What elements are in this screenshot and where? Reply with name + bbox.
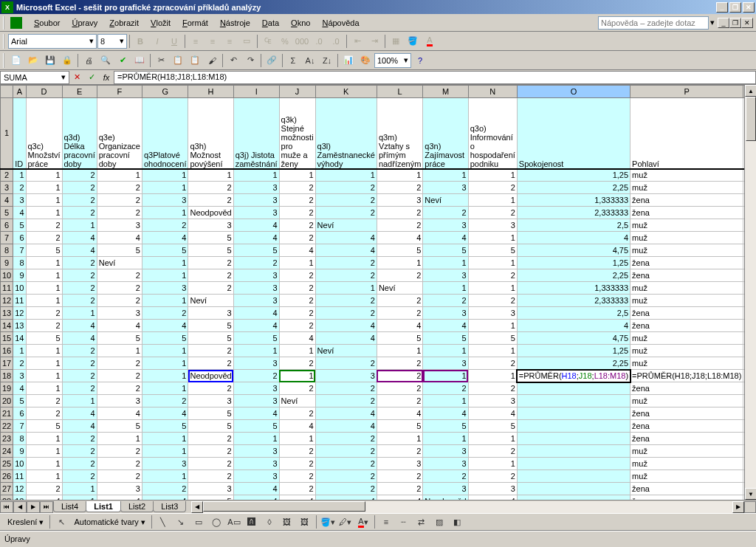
column-header-I[interactable]: I	[233, 86, 279, 98]
cell[interactable]: muž	[630, 445, 743, 458]
cell[interactable]: 1	[423, 169, 468, 182]
borders-button[interactable]: ▦	[388, 33, 404, 49]
cell[interactable]: q3h) Možnost povýšení	[188, 98, 233, 169]
cell[interactable]: 2	[233, 257, 279, 269]
cell[interactable]: muž	[630, 295, 743, 307]
font-color-draw-button[interactable]: A▾	[355, 514, 371, 530]
cell[interactable]: 4	[377, 232, 422, 244]
cell[interactable]: 1	[26, 458, 62, 470]
column-header-J[interactable]: J	[279, 86, 315, 98]
cell[interactable]: 2	[97, 445, 142, 458]
cell[interactable]: 3	[188, 483, 233, 495]
cell[interactable]: žena	[630, 433, 743, 445]
cell[interactable]: 1	[62, 495, 97, 500]
scroll-up-button[interactable]: ▲	[745, 85, 756, 97]
column-header-G[interactable]: G	[142, 86, 188, 98]
cell[interactable]: 4	[377, 320, 422, 332]
cell[interactable]: 1	[468, 370, 517, 382]
cell[interactable]: 2	[315, 483, 377, 495]
cell[interactable]: 4	[62, 332, 97, 345]
cell[interactable]: Neví	[315, 219, 377, 232]
cell[interactable]	[517, 470, 630, 483]
cell[interactable]: 2	[142, 395, 188, 407]
cell[interactable]: 2	[62, 370, 97, 382]
cell[interactable]: 2	[423, 295, 468, 307]
menu-formát[interactable]: Formát	[176, 17, 214, 29]
cell[interactable]: 3	[423, 307, 468, 320]
sheet-tab-List1[interactable]: List1	[86, 501, 121, 512]
cell[interactable]: 12	[13, 483, 26, 495]
cell[interactable]: 4	[233, 407, 279, 420]
fx-button[interactable]: fx	[99, 71, 114, 84]
cell[interactable]: 2	[468, 269, 517, 282]
cell[interactable]: 2	[279, 219, 315, 232]
column-header-M[interactable]: M	[423, 86, 468, 98]
sheet-tab-List2[interactable]: List2	[120, 501, 154, 512]
cell[interactable]: 2,5	[517, 307, 630, 320]
column-header-D[interactable]: D	[26, 86, 62, 98]
cell[interactable]: muž	[630, 182, 743, 194]
cell[interactable]: Neví	[315, 345, 377, 357]
row-header-15[interactable]: 15	[1, 332, 13, 345]
cell[interactable]: 1	[13, 169, 26, 182]
cell[interactable]: 4	[97, 232, 142, 244]
cell[interactable]: 2	[142, 307, 188, 320]
cell[interactable]: 5	[233, 420, 279, 433]
cell[interactable]: 1	[468, 320, 517, 332]
zoom-combo[interactable]: 100%▾	[374, 53, 411, 68]
cell[interactable]: 2	[62, 282, 97, 295]
cell[interactable]	[517, 395, 630, 407]
cell[interactable]: 2	[13, 357, 26, 370]
cell[interactable]: 2	[279, 295, 315, 307]
cell[interactable]: 3	[468, 395, 517, 407]
cell[interactable]: 3	[142, 194, 188, 207]
cell[interactable]: 2	[142, 483, 188, 495]
underline-button[interactable]: U	[166, 33, 182, 49]
cell[interactable]: 4	[468, 407, 517, 420]
cell[interactable]: 3	[423, 269, 468, 282]
print-button[interactable]: 🖨	[80, 52, 97, 69]
cell[interactable]: 3	[233, 357, 279, 370]
cell[interactable]: 2	[315, 458, 377, 470]
oval-button[interactable]: ◯	[208, 514, 224, 530]
cell[interactable]: 1	[26, 207, 62, 219]
cell[interactable]: 2	[468, 445, 517, 458]
cell[interactable]: 5	[142, 420, 188, 433]
cell[interactable]: 1	[468, 433, 517, 445]
cell[interactable]: q3k) Stejné možnosti pro muže a ženy	[279, 98, 315, 169]
column-header-N[interactable]: N	[468, 86, 517, 98]
cell[interactable]: 4	[233, 320, 279, 332]
bold-button[interactable]: B	[132, 33, 148, 49]
row-header-17[interactable]: 17	[1, 357, 13, 370]
vertical-scroll-thumb[interactable]	[746, 97, 756, 141]
cell[interactable]: 1	[468, 458, 517, 470]
cell[interactable]: 3	[188, 219, 233, 232]
cell[interactable]: 3	[188, 395, 233, 407]
cell[interactable]: 5	[142, 332, 188, 345]
cell[interactable]: 1	[142, 357, 188, 370]
cell[interactable]: Neodpověd	[423, 495, 468, 500]
cell[interactable]: 2	[62, 382, 97, 395]
column-header-H[interactable]: H	[188, 86, 233, 98]
cell[interactable]: q3j) Jistota zaměstnání	[233, 98, 279, 169]
cell[interactable]: 5	[142, 244, 188, 257]
cell[interactable]: 2	[423, 207, 468, 219]
cell[interactable]: muž	[630, 244, 743, 257]
format-painter-button[interactable]: 🖌	[204, 52, 220, 69]
cell[interactable]: q3n) Zajímavost práce	[423, 98, 468, 169]
merge-button[interactable]: ▭	[238, 33, 255, 49]
cell[interactable]: 3	[423, 357, 468, 370]
cell[interactable]: 4	[142, 320, 188, 332]
cell[interactable]: 2	[315, 194, 377, 207]
row-header-13[interactable]: 13	[1, 307, 13, 320]
cell[interactable]: 2	[26, 407, 62, 420]
cell[interactable]: 2	[315, 182, 377, 194]
cell[interactable]: 1	[142, 169, 188, 182]
cell[interactable]: žena	[630, 207, 743, 219]
spreadsheet-grid[interactable]: ADEFGHIJKLMNOPQ1IDq3c) Množství práceq3d…	[0, 85, 756, 500]
cell[interactable]: 1	[279, 345, 315, 357]
cell[interactable]	[517, 420, 630, 433]
cell[interactable]: 13	[13, 320, 26, 332]
cell[interactable]: 2	[377, 483, 422, 495]
sort-desc-button[interactable]: Z↓	[319, 52, 335, 69]
